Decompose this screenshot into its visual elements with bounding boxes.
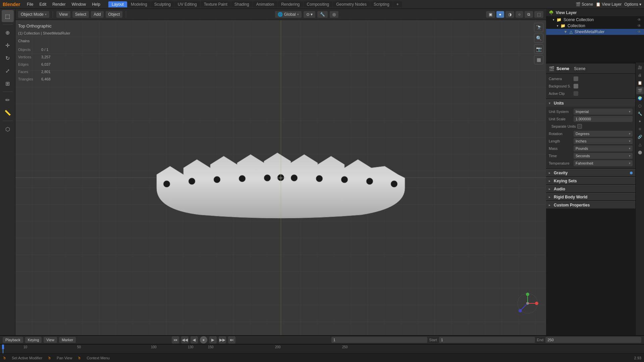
current-frame[interactable]: 1 bbox=[331, 337, 427, 343]
overlay-toggle[interactable]: ⧉ bbox=[525, 11, 533, 18]
select-menu[interactable]: Select bbox=[72, 11, 89, 18]
xray-toggle[interactable]: ⬚ bbox=[534, 11, 543, 18]
tool-scale[interactable]: ⤢ bbox=[2, 65, 14, 77]
active-clip-swatch[interactable] bbox=[574, 91, 578, 96]
tab-shading[interactable]: Shading bbox=[231, 1, 253, 7]
tab-geometry-nodes[interactable]: Geometry Nodes bbox=[333, 1, 370, 7]
play-back-btn[interactable]: ◀ bbox=[191, 336, 198, 344]
playback-menu[interactable]: Playback bbox=[3, 337, 23, 343]
tab-compositing[interactable]: Compositing bbox=[304, 1, 333, 7]
eye-icon-scene[interactable]: 👁 bbox=[637, 17, 641, 22]
props-tab-world[interactable]: 🌍 bbox=[636, 95, 644, 102]
tab-layout[interactable]: Layout bbox=[108, 1, 127, 7]
props-tab-particles[interactable]: ✦ bbox=[636, 118, 644, 125]
object-mode-dropdown[interactable]: Object Mode ▾ bbox=[18, 11, 49, 18]
shading-material[interactable]: ◑ bbox=[505, 11, 514, 18]
keying-menu[interactable]: Keying bbox=[25, 337, 42, 343]
tool-annotate[interactable]: ✏ bbox=[2, 94, 14, 106]
gravity-header[interactable]: ▸ Gravity bbox=[546, 169, 635, 176]
props-tab-physics[interactable]: ⚛ bbox=[636, 125, 644, 133]
view-menu[interactable]: View bbox=[56, 11, 70, 18]
tool-move[interactable]: ✛ bbox=[2, 39, 14, 51]
zoom-in-btn[interactable]: 🔭 bbox=[534, 23, 543, 32]
view-layer-selector[interactable]: 📋 View Layer bbox=[596, 2, 622, 7]
outliner-object[interactable]: ▼ △ SheetMetalRuler 👁 bbox=[546, 29, 644, 35]
transform-global[interactable]: 🌐 Global ▾ bbox=[275, 11, 302, 18]
props-tab-modifier[interactable]: 🔧 bbox=[636, 110, 644, 117]
camera-color-swatch[interactable] bbox=[574, 76, 578, 81]
end-frame[interactable]: 250 bbox=[545, 337, 641, 343]
tab-scripting[interactable]: Scripting bbox=[370, 1, 393, 7]
step-fwd-btn[interactable]: ▶▶ bbox=[219, 336, 226, 344]
viewport-shading[interactable]: ▣ bbox=[486, 11, 495, 18]
gizmo[interactable] bbox=[516, 292, 539, 315]
marker-menu[interactable]: Marker bbox=[59, 337, 76, 343]
tab-animation[interactable]: Animation bbox=[253, 1, 277, 7]
tool-select[interactable]: ⬚ bbox=[2, 10, 14, 22]
keying-sets-header[interactable]: ▸ Keying Sets bbox=[546, 177, 635, 184]
step-back-btn[interactable]: ◀◀ bbox=[181, 336, 189, 344]
menu-file[interactable]: File bbox=[24, 1, 36, 7]
snap-toggle[interactable]: 🔧 bbox=[317, 11, 328, 18]
props-tab-material[interactable]: ⬤ bbox=[636, 148, 644, 156]
tab-uv-editing[interactable]: UV Editing bbox=[174, 1, 200, 7]
viewport-3d[interactable]: Top Orthographic (1) Collection | SheetM… bbox=[15, 20, 546, 335]
tab-add[interactable]: + bbox=[393, 1, 402, 7]
options-btn[interactable]: Options ▾ bbox=[624, 2, 641, 7]
jump-start-btn[interactable]: ⏮ bbox=[172, 336, 179, 344]
menu-help[interactable]: Help bbox=[89, 1, 103, 7]
tab-sculpting[interactable]: Sculpting bbox=[151, 1, 174, 7]
rigid-body-header[interactable]: ▸ Rigid Body World bbox=[546, 193, 635, 200]
tab-rendering[interactable]: Rendering bbox=[278, 1, 303, 7]
shading-solid[interactable]: ● bbox=[496, 11, 504, 18]
proportional-edit[interactable]: ◎ bbox=[330, 11, 338, 18]
custom-props-header[interactable]: ▸ Custom Properties bbox=[546, 201, 635, 208]
tool-measure[interactable]: 📏 bbox=[2, 107, 14, 119]
props-tab-data[interactable]: △ bbox=[636, 141, 644, 148]
props-tab-object[interactable]: ⬡ bbox=[636, 102, 644, 110]
scene-selector[interactable]: 🎬 Scene bbox=[576, 2, 593, 7]
start-frame[interactable]: 1 bbox=[439, 337, 535, 343]
pivot-dropdown[interactable]: ⊙ ▾ bbox=[304, 11, 315, 18]
units-header[interactable]: ▾ Units bbox=[546, 99, 635, 107]
tool-rotate[interactable]: ↻ bbox=[2, 52, 14, 64]
props-tab-scene[interactable]: 🎬 bbox=[636, 87, 644, 94]
eye-icon-collection[interactable]: 👁 bbox=[637, 23, 641, 28]
props-tab-view-layer[interactable]: 📋 bbox=[636, 79, 644, 86]
eye-icon-object[interactable]: 👁 bbox=[637, 29, 641, 34]
props-tab-render[interactable]: 🎥 bbox=[636, 64, 644, 71]
menu-render[interactable]: Render bbox=[50, 1, 68, 7]
audio-header[interactable]: ▸ Audio bbox=[546, 185, 635, 192]
menu-window[interactable]: Window bbox=[69, 1, 89, 7]
background-swatch[interactable] bbox=[574, 84, 578, 88]
tool-transform[interactable]: ⊞ bbox=[2, 77, 14, 89]
props-tab-output[interactable]: 🖨 bbox=[636, 71, 644, 79]
temperature-value[interactable]: Fahrenheit ▾ bbox=[574, 160, 633, 166]
tab-modeling[interactable]: Modeling bbox=[127, 1, 151, 7]
rotation-value[interactable]: Degrees ▾ bbox=[574, 131, 633, 137]
tool-cursor[interactable]: ⊕ bbox=[2, 26, 14, 39]
outliner-collection[interactable]: ▾ 📁 Collection 👁 bbox=[546, 23, 644, 29]
object-menu[interactable]: Object bbox=[106, 11, 123, 18]
outliner-scene-collection[interactable]: ▾ 📁 Scene Collection 👁 bbox=[546, 17, 644, 23]
separate-units-checkbox[interactable] bbox=[577, 124, 582, 129]
unit-scale-value[interactable]: 1.000000 bbox=[574, 116, 633, 122]
props-tab-constraints[interactable]: 🔗 bbox=[636, 133, 644, 140]
tool-add[interactable]: ⬡ bbox=[2, 123, 14, 135]
stop-btn[interactable]: ● bbox=[200, 336, 207, 344]
length-value[interactable]: Inches ▾ bbox=[574, 138, 633, 144]
timeline-ruler[interactable]: 1 10 50 100 130 150 200 250 bbox=[0, 344, 644, 353]
play-btn[interactable]: ▶ bbox=[209, 336, 217, 344]
view-menu-tl[interactable]: View bbox=[44, 337, 57, 343]
mass-value[interactable]: Pounds ▾ bbox=[574, 145, 633, 152]
camera-view-btn[interactable]: 📷 bbox=[534, 44, 543, 54]
jump-end-btn[interactable]: ⏭ bbox=[228, 336, 235, 344]
menu-edit[interactable]: Edit bbox=[37, 1, 49, 7]
zoom-out-btn[interactable]: 🔍 bbox=[534, 34, 543, 43]
shading-rendered[interactable]: ○ bbox=[516, 11, 523, 18]
unit-system-value[interactable]: Imperial ▾ bbox=[574, 109, 633, 115]
time-value[interactable]: Seconds ▾ bbox=[574, 153, 633, 159]
add-menu[interactable]: Add bbox=[91, 11, 103, 18]
tab-texture-paint[interactable]: Texture Paint bbox=[201, 1, 231, 7]
grid-view-btn[interactable]: ▦ bbox=[534, 55, 543, 64]
